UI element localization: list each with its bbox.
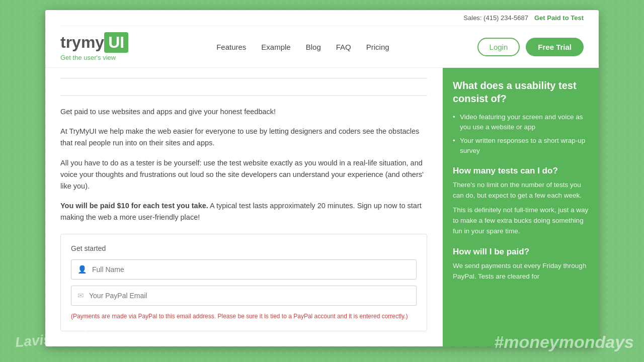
paypal-email-input[interactable] (89, 292, 410, 300)
nav-bar: trymy UI Get the user's view Features Ex… (60, 26, 584, 67)
full-name-field[interactable]: 👤 (71, 259, 417, 280)
nav-pricing[interactable]: Pricing (366, 43, 389, 51)
logo-tagline: Get the user's view (60, 54, 116, 61)
intro-p2: At TryMyUI we help make the web easier f… (60, 126, 427, 149)
get-started-label: Get started (71, 244, 417, 252)
nav-faq[interactable]: FAQ (336, 43, 351, 51)
sidebar-bullet2: Your written responses to a short wrap-u… (453, 136, 589, 156)
nav-example[interactable]: Example (261, 43, 290, 51)
get-paid-link[interactable]: Get Paid to Test (534, 14, 584, 22)
get-started-form: Get started 👤 ✉ (Payments are made via P… (60, 234, 427, 331)
sidebar-heading2: How many tests can I do? (453, 166, 589, 176)
nav-blog[interactable]: Blog (306, 43, 321, 51)
email-icon: ✉ (77, 291, 84, 300)
login-button[interactable]: Login (477, 38, 520, 56)
sidebar-bullet1: Video featuring your screen and voice as… (453, 112, 589, 133)
main-text: Get paid to use websites and apps and gi… (60, 106, 427, 224)
person-icon: 👤 (77, 265, 87, 274)
watermark-right: #moneymondays (494, 332, 634, 352)
sidebar-heading3: How will I be paid? (453, 247, 589, 257)
logo: trymy UI Get the user's view (60, 32, 128, 61)
sales-number: Sales: (415) 234-5687 (463, 14, 528, 22)
sidebar-para3: This is definitely not full-time work, j… (453, 205, 589, 237)
logo-ui: UI (104, 32, 128, 53)
intro-p1: Get paid to use websites and apps and gi… (60, 106, 427, 118)
intro-p4-bold: You will be paid $10 for each test you t… (60, 202, 208, 210)
sidebar-para2: There's no limit on the number of tests … (453, 180, 589, 201)
intro-p3: All you have to do as a tester is be you… (60, 157, 427, 193)
watermark-left: Lavish Ruby (15, 327, 100, 350)
sidebar: What does a usability test consist of? V… (443, 68, 599, 346)
nav-actions: Login Free Trial (477, 38, 584, 56)
nav-links: Features Example Blog FAQ Pricing (216, 43, 389, 51)
nav-features[interactable]: Features (216, 43, 246, 51)
main-content: Get paid to use websites and apps and gi… (45, 68, 443, 346)
page-title-area (60, 78, 427, 96)
top-bar: Sales: (415) 234-5687 Get Paid to Test (60, 10, 584, 26)
paypal-email-field[interactable]: ✉ (71, 286, 417, 306)
logo-trymy: trymy (60, 33, 104, 52)
intro-p4: You will be paid $10 for each test you t… (60, 200, 427, 223)
sidebar-list: Video featuring your screen and voice as… (453, 112, 589, 156)
paypal-notice: (Payments are made via PayPal to this em… (71, 312, 417, 321)
full-name-input[interactable] (92, 265, 410, 274)
sidebar-heading1: What does a usability test consist of? (453, 79, 589, 105)
sidebar-para4: We send payments out every Friday throug… (453, 261, 589, 282)
free-trial-button[interactable]: Free Trial (526, 38, 584, 56)
